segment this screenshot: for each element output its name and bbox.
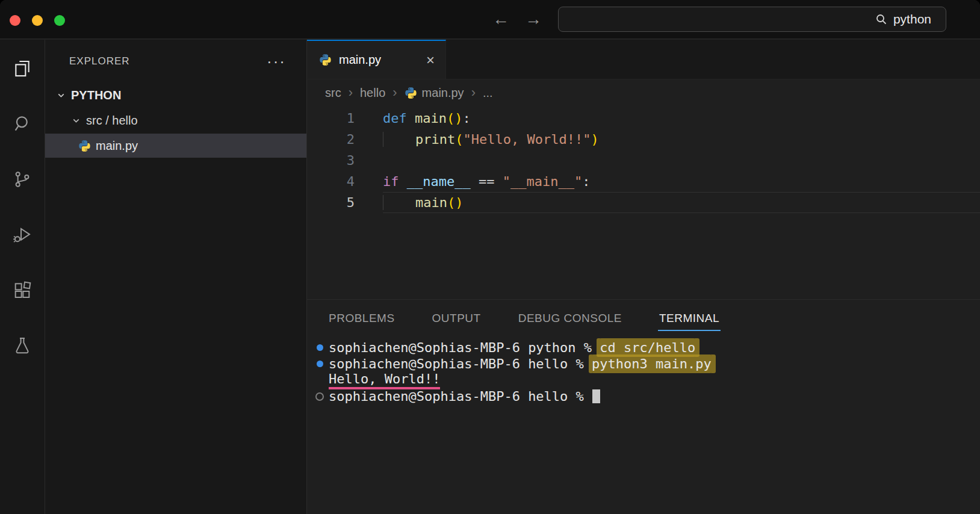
breadcrumb-src[interactable]: src [325,86,341,100]
explorer-header: EXPLORER ··· [45,48,306,75]
close-window-button[interactable] [10,15,20,26]
command-decoration-icon [311,392,329,401]
terminal-output[interactable]: sophiachen@Sophias-MBP-6 python % cd src… [307,339,980,404]
code-token: main [415,195,447,210]
tab-main-py[interactable]: main.py × [307,40,446,79]
command-center-search[interactable]: python [558,7,946,32]
code-token: "Hello, World!!" [463,132,591,147]
line-number: 4 [307,174,355,189]
folder-src-hello[interactable]: src / hello [45,107,306,134]
python-file-icon [405,87,417,99]
code-token: ) [454,111,462,126]
code-token [471,174,479,189]
code-token: if [383,174,399,189]
code-token: __name__ [407,174,471,189]
activity-testing-button[interactable] [0,318,45,373]
testing-beaker-icon [13,336,32,355]
source-control-icon [13,170,32,189]
code-token: ) [455,195,463,210]
tab-terminal[interactable]: TERMINAL [658,308,721,331]
code-token: ) [591,132,598,147]
code-text: def main(): [383,111,471,126]
panel-tab-bar: PROBLEMS OUTPUT DEBUG CONSOLE TERMINAL [307,300,980,339]
tab-output[interactable]: OUTPUT [431,308,482,331]
breadcrumb-symbol[interactable]: ... [483,86,493,100]
code-token: print [415,132,455,147]
code-token: : [462,111,470,126]
code-line[interactable]: 4if __name__ == "__main__": [307,171,980,192]
code-lines: 1def main():2 print("Hello, World!!")34i… [307,108,980,213]
activity-extensions-button[interactable] [0,262,45,318]
workspace-root-python[interactable]: PYTHON [45,83,306,107]
tab-label: main.py [339,53,381,67]
python-file-icon [319,54,332,66]
terminal-row[interactable]: sophiachen@Sophias-MBP-6 hello % [311,388,980,404]
code-token: main [415,111,447,126]
breadcrumb-separator: › [392,85,397,101]
code-token: : [582,174,590,189]
traffic-lights [10,15,65,26]
breadcrumb-separator: › [471,85,476,101]
code-token [383,195,415,210]
back-arrow-icon[interactable]: ← [492,8,509,30]
title-bar: ← → python [0,0,980,39]
code-token [494,174,502,189]
extensions-icon [13,280,32,300]
command-decoration-icon [311,361,329,367]
file-label: main.py [96,139,138,153]
bottom-panel: PROBLEMS OUTPUT DEBUG CONSOLE TERMINAL s… [307,299,980,514]
terminal-text: sophiachen@Sophias-MBP-6 hello % [329,389,592,404]
code-text: main() [383,195,463,210]
terminal-cursor [592,389,600,403]
explorer-sidebar: EXPLORER ··· PYTHON src / hello main.py [45,40,307,514]
search-value: python [893,12,931,26]
folder-label: src / hello [86,114,138,128]
terminal-text: sophiachen@Sophias-MBP-6 hello % [329,356,592,371]
search-icon [875,13,887,25]
code-text: print("Hello, World!!") [383,132,599,147]
maximize-window-button[interactable] [54,15,65,26]
activity-run-debug-button[interactable] [0,207,45,262]
line-number: 2 [307,132,355,147]
code-line[interactable]: 1def main(): [307,108,980,129]
tab-problems[interactable]: PROBLEMS [327,308,396,331]
breadcrumb-separator: › [349,85,353,101]
vscode-window: ← → python [0,0,980,514]
breadcrumb: src › hello › main.py › ... [307,79,980,106]
explorer-title: EXPLORER [69,55,130,67]
highlighted-command: python3 main.py [592,355,712,373]
command-decoration-icon [311,344,329,351]
file-main-py[interactable]: main.py [45,134,306,158]
terminal-row[interactable]: sophiachen@Sophias-MBP-6 hello % python3… [311,356,980,372]
code-editor[interactable]: 1def main():2 print("Hello, World!!")34i… [307,106,980,299]
files-explorer-icon [13,59,32,78]
more-actions-icon[interactable]: ··· [267,55,286,67]
breadcrumb-hello[interactable]: hello [360,86,385,100]
code-token [407,111,415,126]
close-tab-icon[interactable]: × [426,53,435,67]
activity-search-button[interactable] [0,96,45,152]
code-token: def [383,111,407,126]
code-line[interactable]: 3 [307,150,980,171]
code-line[interactable]: 2 print("Hello, World!!") [307,129,980,150]
code-token [399,174,407,189]
workspace-label: PYTHON [71,88,121,102]
line-number: 3 [307,153,355,168]
code-line[interactable]: 5 main() [307,192,980,213]
activity-source-control-button[interactable] [0,152,45,207]
tab-debug-console[interactable]: DEBUG CONSOLE [517,308,623,331]
terminal-row[interactable]: Hello, World!! [311,372,980,388]
search-icon [13,114,32,134]
activity-explorer-button[interactable] [0,41,45,96]
chevron-down-icon [56,90,66,101]
minimize-window-button[interactable] [32,15,43,26]
terminal-row[interactable]: sophiachen@Sophias-MBP-6 python % cd src… [311,339,980,356]
line-number: 5 [307,195,355,210]
editor-tab-bar: main.py × [307,40,980,79]
python-file-icon [78,140,91,152]
history-nav: ← → [492,8,542,30]
chevron-down-icon [71,116,81,126]
forward-arrow-icon[interactable]: → [525,8,542,30]
breadcrumb-main-py[interactable]: main.py [405,86,464,100]
line-number: 1 [307,111,355,126]
